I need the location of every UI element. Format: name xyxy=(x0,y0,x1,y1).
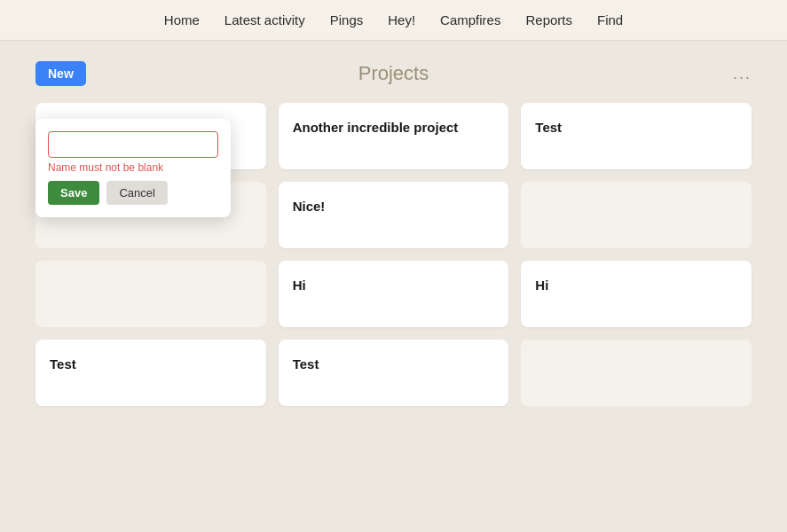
new-project-popup: Name must not be blank Save Cancel xyxy=(35,119,231,217)
project-name: Test xyxy=(293,356,319,373)
error-message: Name must not be blank xyxy=(48,161,218,174)
nav-item-hey[interactable]: Hey! xyxy=(388,12,415,27)
new-project-button[interactable]: New xyxy=(35,61,86,86)
project-card[interactable]: Hi xyxy=(521,261,752,327)
project-name: Nice! xyxy=(293,198,326,215)
project-card[interactable]: Test xyxy=(35,340,266,406)
project-card[interactable]: Test xyxy=(279,340,509,406)
project-card[interactable] xyxy=(35,261,266,327)
page-content: New Projects ... Name must not be blank … xyxy=(0,41,787,427)
project-card[interactable] xyxy=(521,340,752,406)
header-row: New Projects ... xyxy=(35,62,752,85)
project-name: Hi xyxy=(535,277,548,294)
main-nav: Home Latest activity Pings Hey! Campfire… xyxy=(0,0,787,41)
project-name: Another incredible project xyxy=(293,119,459,137)
nav-item-find[interactable]: Find xyxy=(597,12,623,27)
save-button[interactable]: Save xyxy=(48,181,99,205)
project-card[interactable]: Hi xyxy=(279,261,509,327)
cancel-button[interactable]: Cancel xyxy=(106,181,167,205)
project-card[interactable] xyxy=(521,182,752,248)
project-name: Hi xyxy=(293,277,306,294)
project-card[interactable]: Nice! xyxy=(279,182,509,248)
nav-item-reports[interactable]: Reports xyxy=(525,12,572,27)
page-title: Projects xyxy=(358,62,429,85)
project-card[interactable]: Another incredible project xyxy=(279,103,509,169)
project-name: Test xyxy=(535,119,562,137)
project-card[interactable]: Test xyxy=(521,103,752,169)
project-name: Test xyxy=(50,356,76,373)
nav-item-latest-activity[interactable]: Latest activity xyxy=(224,12,305,27)
project-name-input[interactable] xyxy=(48,131,218,158)
more-options-button[interactable]: ... xyxy=(733,65,752,83)
nav-item-home[interactable]: Home xyxy=(164,12,200,27)
nav-item-campfires[interactable]: Campfires xyxy=(440,12,500,27)
nav-item-pings[interactable]: Pings xyxy=(330,12,364,27)
popup-buttons: Save Cancel xyxy=(48,181,218,205)
